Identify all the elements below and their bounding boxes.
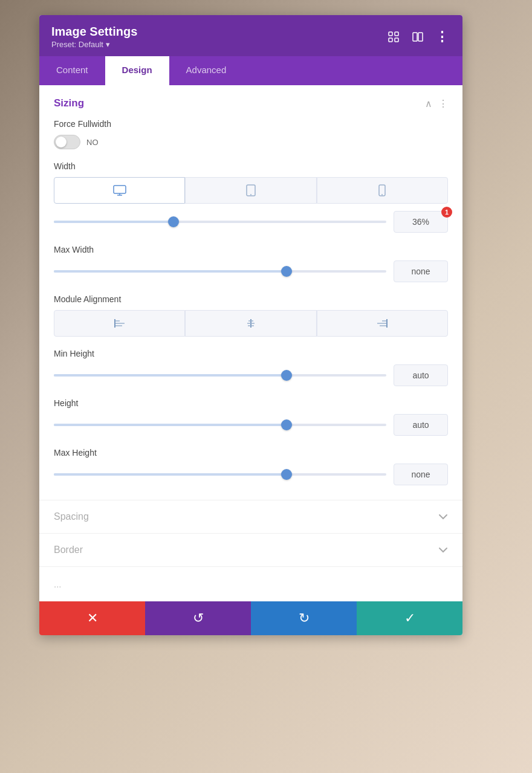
- preset-selector[interactable]: Preset: Default: [51, 40, 137, 49]
- reset-icon: ↺: [193, 610, 204, 626]
- force-fullwidth-toggle[interactable]: [54, 135, 80, 149]
- max-height-slider[interactable]: [54, 468, 386, 480]
- sizing-title: Sizing: [54, 97, 84, 109]
- width-value[interactable]: 36% 1: [394, 211, 448, 233]
- module-alignment-label: Module Alignment: [54, 294, 448, 304]
- svg-rect-5: [418, 33, 423, 41]
- align-right-btn[interactable]: [317, 310, 448, 337]
- slider-thumb[interactable]: [281, 266, 292, 277]
- confirm-button[interactable]: ✓: [357, 601, 462, 635]
- height-value[interactable]: auto: [394, 414, 448, 436]
- spacing-title: Spacing: [54, 511, 89, 522]
- spacing-section[interactable]: Spacing: [39, 500, 462, 534]
- device-buttons: [54, 177, 448, 204]
- tab-advanced[interactable]: Advanced: [169, 56, 244, 85]
- header-left: Image Settings Preset: Default: [51, 25, 137, 49]
- slider-track: [54, 374, 386, 377]
- width-value-text: 36%: [412, 217, 429, 227]
- max-height-slider-row: none: [54, 464, 448, 485]
- width-field: Width: [54, 161, 448, 233]
- reset-button[interactable]: ↺: [145, 601, 251, 635]
- align-center-btn[interactable]: [185, 310, 316, 337]
- toggle-knob: [56, 137, 66, 147]
- width-slider-row: 36% 1: [54, 211, 448, 233]
- max-height-label: Max Height: [54, 448, 448, 458]
- confirm-icon: ✓: [404, 610, 415, 626]
- device-desktop-btn[interactable]: [54, 177, 185, 204]
- slider-thumb[interactable]: [281, 469, 292, 480]
- spacing-chevron-icon: [438, 511, 448, 522]
- min-height-value-text: auto: [412, 370, 429, 380]
- columns-icon[interactable]: [409, 28, 426, 45]
- width-slider[interactable]: [54, 216, 386, 228]
- tab-bar: Content Design Advanced: [39, 56, 462, 85]
- width-badge: 1: [441, 207, 452, 218]
- height-slider-row: auto: [54, 414, 448, 436]
- min-height-value[interactable]: auto: [394, 364, 448, 386]
- toggle-value: NO: [86, 138, 99, 147]
- more-options-icon[interactable]: ⋮: [433, 28, 450, 45]
- max-width-label: Max Width: [54, 245, 448, 254]
- fullscreen-icon[interactable]: [385, 28, 402, 45]
- max-height-value[interactable]: none: [394, 464, 448, 485]
- align-left-btn[interactable]: [54, 310, 185, 337]
- min-height-slider[interactable]: [54, 369, 386, 381]
- device-tablet-btn[interactable]: [185, 177, 316, 204]
- section-more-icon[interactable]: ⋮: [438, 98, 448, 109]
- svg-rect-4: [413, 33, 417, 41]
- redo-icon: ↻: [299, 610, 310, 626]
- min-height-slider-row: auto: [54, 364, 448, 386]
- min-height-label: Min Height: [54, 349, 448, 358]
- height-label: Height: [54, 398, 448, 408]
- collapse-icon[interactable]: ∧: [425, 98, 432, 109]
- slider-fill: [54, 424, 287, 426]
- height-field: Height auto: [54, 398, 448, 436]
- sizing-section-header: Sizing ∧ ⋮: [54, 97, 448, 109]
- toggle-row: NO: [54, 135, 448, 149]
- height-slider[interactable]: [54, 419, 386, 431]
- svg-point-10: [250, 194, 251, 195]
- slider-thumb[interactable]: [281, 370, 292, 381]
- svg-rect-1: [395, 32, 398, 36]
- svg-rect-2: [389, 38, 392, 42]
- slider-fill: [54, 374, 287, 377]
- slider-track: [54, 424, 386, 426]
- slider-fill: [54, 221, 174, 223]
- tab-content[interactable]: Content: [39, 56, 105, 85]
- slider-thumb[interactable]: [168, 216, 179, 227]
- slider-fill: [54, 270, 287, 273]
- border-title: Border: [54, 545, 83, 555]
- max-width-slider-row: none: [54, 260, 448, 282]
- slider-track: [54, 473, 386, 476]
- more-sections-hint: ...: [39, 567, 462, 601]
- svg-rect-6: [114, 186, 126, 193]
- slider-track: [54, 221, 386, 223]
- alignment-buttons: [54, 310, 448, 337]
- settings-panel: Image Settings Preset: Default ⋮: [39, 15, 462, 635]
- slider-thumb[interactable]: [281, 419, 292, 430]
- height-value-text: auto: [412, 420, 429, 430]
- max-height-field: Max Height none: [54, 448, 448, 485]
- device-mobile-btn[interactable]: [317, 177, 448, 204]
- sizing-section: Sizing ∧ ⋮ Force Fullwidth NO Width: [39, 85, 462, 500]
- border-chevron-icon: [438, 545, 448, 555]
- header-right: ⋮: [385, 28, 450, 45]
- bottom-bar: ✕ ↺ ↻ ✓: [39, 601, 462, 635]
- panel-content: Sizing ∧ ⋮ Force Fullwidth NO Width: [39, 85, 462, 601]
- cancel-icon: ✕: [87, 610, 98, 626]
- section-actions: ∧ ⋮: [425, 98, 448, 109]
- module-alignment-field: Module Alignment: [54, 294, 448, 337]
- force-fullwidth-label: Force Fullwidth: [54, 119, 448, 129]
- max-width-slider[interactable]: [54, 265, 386, 277]
- max-width-value[interactable]: none: [394, 260, 448, 282]
- tab-design[interactable]: Design: [105, 56, 169, 85]
- redo-button[interactable]: ↻: [251, 601, 357, 635]
- border-section[interactable]: Border: [39, 534, 462, 567]
- force-fullwidth-field: Force Fullwidth NO: [54, 119, 448, 149]
- max-width-value-text: none: [411, 267, 430, 276]
- slider-fill: [54, 473, 287, 476]
- cancel-button[interactable]: ✕: [39, 601, 145, 635]
- width-label: Width: [54, 161, 448, 171]
- svg-rect-0: [389, 32, 392, 36]
- max-width-field: Max Width none: [54, 245, 448, 282]
